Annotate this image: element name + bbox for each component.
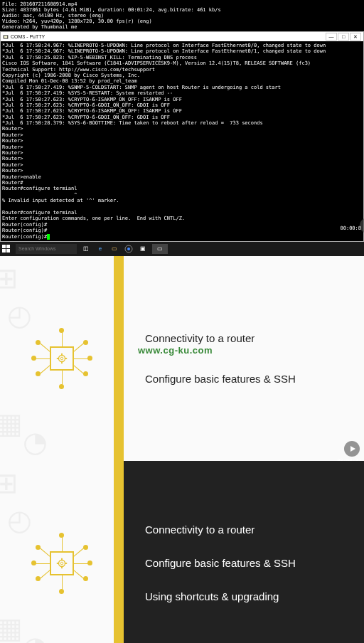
svg-rect-2 — [2, 245, 6, 248]
svg-point-9 — [60, 357, 63, 360]
chrome-icon[interactable] — [124, 244, 134, 254]
file-audio: Audio: aac, 44100 Hz, stereo (eng) — [2, 13, 362, 18]
timecode-1: 00:00:8 — [340, 225, 361, 231]
window-title-bar[interactable]: COM3 - PuTTY — □ ✕ — [1, 32, 363, 41]
slide2-line1: Connectivity to a router — [145, 524, 364, 536]
slide-right-panel: Connectivity to a router www.cg-ku.com C… — [124, 256, 364, 461]
minimize-button[interactable]: — — [326, 33, 337, 41]
gear-icon — [55, 557, 68, 570]
svg-rect-3 — [6, 245, 10, 248]
svg-rect-5 — [6, 249, 10, 253]
svg-rect-12 — [57, 358, 59, 359]
file-name: File: 201607211608914.mp4 — [2, 1, 362, 7]
svg-rect-4 — [2, 249, 6, 253]
slide-left-panel: ⊞ ◴ ▦ ◔ — [0, 461, 124, 643]
slide1-line2: Configure basic features & SSH — [145, 373, 364, 385]
file-gen: Generated by Thumbnail me — [2, 24, 362, 30]
svg-rect-10 — [61, 354, 63, 356]
svg-rect-18 — [57, 563, 59, 564]
video-frame-2: ⊞ ◴ ▦ ◔ Connectivity — [0, 256, 364, 461]
app-icon — [3, 34, 9, 40]
svg-rect-1 — [4, 36, 8, 38]
file-size: Size: 4837861 bytes (4.61 MiB), duration… — [2, 7, 362, 13]
network-chip-icon — [33, 535, 90, 592]
slide2-line2: Configure basic features & SSH — [145, 557, 364, 569]
svg-point-7 — [127, 248, 130, 250]
close-button[interactable]: ✕ — [350, 33, 361, 41]
svg-rect-11 — [61, 361, 63, 363]
svg-point-8 — [59, 355, 65, 361]
task-view-icon[interactable]: ◫ — [81, 244, 91, 254]
svg-point-15 — [60, 562, 63, 565]
folder-icon[interactable]: ▭ — [109, 244, 119, 254]
app-icon-1[interactable]: ▣ — [138, 244, 148, 254]
putty-icon[interactable]: ▭ — [152, 244, 168, 254]
slide-left-panel: ⊞ ◴ ▦ ◔ — [0, 256, 124, 461]
terminal-output[interactable]: *Jul 6 17:50:24.967: %LINEPROTO-5-UPDOWN… — [1, 41, 363, 241]
accent-bar — [114, 461, 124, 643]
file-video: Video: h264, yuv420p, 1280x720, 30.00 fp… — [2, 18, 362, 24]
file-info-panel: File: 201607211608914.mp4 Size: 4837861 … — [0, 0, 364, 31]
svg-rect-17 — [61, 566, 63, 568]
accent-bar — [114, 256, 124, 461]
search-input[interactable] — [16, 244, 77, 254]
watermark: www.cg-ku.com — [138, 345, 213, 356]
start-button[interactable] — [1, 244, 11, 254]
window-title: COM3 - PuTTY — [11, 34, 45, 39]
putty-window: COM3 - PuTTY — □ ✕ *Jul 6 17:50:24.967: … — [0, 31, 364, 242]
slide2-line3: Using shortcuts & upgrading — [145, 590, 364, 602]
svg-rect-19 — [65, 563, 68, 564]
svg-rect-13 — [65, 358, 68, 359]
gear-icon — [55, 352, 68, 365]
slide-right-panel-dark: Connectivity to a router Configure basic… — [124, 461, 364, 643]
play-button[interactable] — [344, 441, 360, 457]
svg-point-14 — [59, 560, 65, 566]
video-frame-3: ⊞ ◴ ▦ ◔ Connectivity to a ro — [0, 461, 364, 643]
maximize-button[interactable]: □ — [338, 33, 349, 41]
network-chip-icon — [33, 330, 90, 387]
svg-rect-16 — [61, 558, 63, 560]
windows-taskbar[interactable]: ◫ e ▭ ▣ ▭ — [0, 242, 364, 256]
edge-icon[interactable]: e — [95, 244, 105, 254]
slide1-line1: Connectivity to a router — [145, 332, 364, 344]
